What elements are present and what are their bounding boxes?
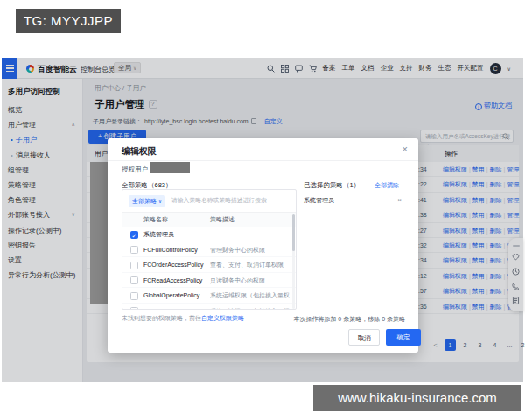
confirm-button[interactable]: 确定: [386, 329, 421, 346]
operation-summary: 本次操作将添加 0 条策略，移除 0 条策略: [293, 315, 405, 324]
policy-desc: 查看、支付、取消订单权限: [210, 257, 284, 273]
policy-type-dropdown[interactable]: 全部策略∨: [129, 195, 165, 207]
tg-badge: TG: MYYJJPP: [16, 9, 121, 33]
policy-desc: 管理财务中心的权限: [210, 242, 265, 258]
policy-row: ✓系统管理员: [122, 227, 296, 242]
watermark-badge: www.hikaku-insurance.com: [313, 385, 522, 411]
policy-row: GlobalReadPolicy系统只读权限（包括接入量权...: [122, 304, 296, 311]
policy-name: FCOrderAccessPolicy: [144, 257, 203, 273]
cancel-button[interactable]: 取消: [348, 329, 380, 346]
clear-all-link[interactable]: 全部清除: [374, 181, 399, 190]
edit-permission-modal: 编辑权限 × 授权用户 全部策略（683） 全部策略∨ 请输入策略名称或策略描述…: [108, 138, 418, 353]
policy-table-body: ✓系统管理员FCFullControlPolicy管理财务中心的权限FCOrde…: [122, 227, 296, 310]
selected-policy-item: 系统管理员 ×: [304, 196, 405, 208]
checkbox-checked-icon[interactable]: ✓: [130, 231, 138, 239]
chevron-down-icon: ∨: [158, 199, 162, 204]
checkbox-icon[interactable]: [130, 292, 138, 300]
authorized-user-label: 授权用户: [122, 165, 148, 174]
custom-policy-link[interactable]: 自定义权限策略: [201, 315, 244, 321]
hint-text: 未找到想要的权限策略，前往: [122, 315, 201, 321]
policy-row: FCOrderAccessPolicy查看、支付、取消订单权限: [122, 257, 296, 273]
policy-name: FCFullControlPolicy: [144, 242, 198, 258]
policy-name: GlobalOperatePolicy: [144, 288, 200, 304]
close-icon[interactable]: ×: [402, 144, 408, 154]
policy-type-label: 全部策略: [132, 198, 157, 204]
app-window: 百度智能云 控制台总览 全局∨ 备案工单文档企业支持财务生态开关配置 C ∨ 多…: [2, 58, 523, 382]
checkbox-icon[interactable]: [130, 246, 138, 254]
policy-table-header: 策略名称 策略描述: [122, 213, 296, 227]
policy-desc: 系统只读权限（包括接入量权...: [210, 304, 290, 311]
selected-policies-title: 已选择的策略（1）: [304, 181, 360, 190]
policy-search-input[interactable]: 请输入策略名称或策略描述进行搜索: [172, 196, 267, 205]
col-policy-desc: 策略描述: [210, 213, 234, 227]
policy-name: FCReadAccessPolicy: [144, 273, 202, 289]
custom-policy-hint: 未找到想要的权限策略，前往自定义权限策略: [122, 314, 244, 323]
policy-list-panel: 全部策略∨ 请输入策略名称或策略描述进行搜索 策略名称 策略描述 ✓系统管理员F…: [122, 189, 297, 310]
policy-name: GlobalReadPolicy: [144, 304, 192, 311]
scrollbar-thumb[interactable]: [292, 214, 295, 251]
page-canvas: TG: MYYJJPP 百度智能云 控制台总览 全局∨ 备案工单文档企业支持财务…: [0, 0, 525, 420]
col-policy-name: 策略名称: [144, 213, 168, 227]
checkbox-icon[interactable]: [130, 307, 138, 310]
policy-desc: 只读财务中心的权限: [210, 273, 265, 289]
policy-filter-row: 全部策略∨ 请输入策略名称或策略描述进行搜索: [122, 190, 296, 213]
policy-row: GlobalOperatePolicy系统运维权限（包括接入量权...: [122, 288, 296, 304]
remove-icon[interactable]: ×: [397, 196, 402, 204]
checkbox-icon[interactable]: [130, 262, 138, 270]
checkbox-icon[interactable]: [130, 276, 138, 284]
policy-row: FCReadAccessPolicy只读财务中心的权限: [122, 273, 296, 289]
selected-policy-name: 系统管理员: [304, 197, 334, 203]
modal-header: 编辑权限 ×: [108, 138, 418, 161]
policy-row: FCFullControlPolicy管理财务中心的权限: [122, 242, 296, 258]
redaction-username: [150, 162, 190, 173]
policy-desc: 系统运维权限（包括接入量权...: [210, 288, 290, 304]
modal-title: 编辑权限: [122, 145, 157, 158]
policy-name: 系统管理员: [144, 227, 174, 242]
scrollbar[interactable]: [292, 214, 295, 309]
